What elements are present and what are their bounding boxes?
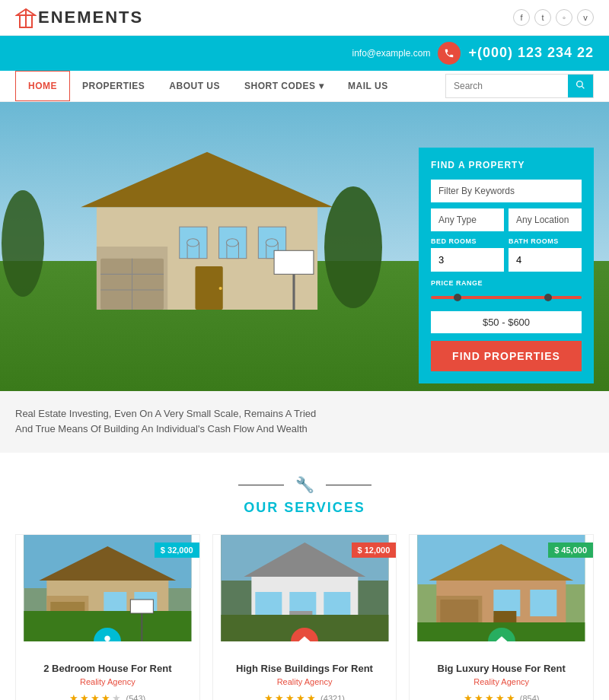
nav-item-shortcodes[interactable]: SHORT CODES ▾ — [232, 72, 336, 100]
card-reviews-1: (543) — [126, 694, 145, 700]
card-agency-1: Reality Agency — [25, 677, 190, 686]
search-button[interactable] — [568, 75, 593, 97]
svg-point-23 — [2, 190, 44, 297]
hero-section: FIND A PROPERTY Filter By Keywords Any T… — [0, 102, 609, 391]
panel-title: FIND A PROPERTY — [431, 160, 582, 170]
wrench-icon: 🔧 — [295, 476, 314, 494]
contact-email: info@example.com — [352, 48, 430, 59]
nav-item-about[interactable]: ABOUT US — [157, 72, 232, 100]
find-property-panel: FIND A PROPERTY Filter By Keywords Any T… — [419, 148, 594, 383]
nav-item-mail[interactable]: MAIL US — [336, 72, 400, 100]
bathrooms-group: BATH ROOMS — [509, 237, 582, 272]
services-section: 🔧 OUR SERVICES — [0, 453, 609, 700]
search-area — [445, 74, 594, 98]
svg-rect-41 — [255, 592, 282, 615]
star-1: ★ — [69, 692, 78, 700]
card-price-2: $ 12,000 — [352, 542, 397, 558]
facebook-icon[interactable]: f — [513, 9, 530, 26]
phone-icon[interactable] — [438, 42, 461, 65]
svg-rect-36 — [130, 600, 153, 613]
nav-item-properties[interactable]: PROPERTIES — [70, 72, 157, 100]
svg-point-18 — [266, 239, 278, 247]
svg-rect-43 — [324, 592, 350, 615]
price-label: PRICE RANGE — [431, 279, 582, 287]
divider-left — [238, 485, 284, 485]
bedrooms-label: BED ROOMS — [431, 237, 504, 245]
card-title-3: Big Luxury House For Rent — [419, 663, 584, 674]
logo: ENEMENTS — [15, 6, 143, 29]
card-image-2: $ 12,000 — [213, 535, 397, 641]
instagram-icon[interactable]: ◦ — [556, 9, 572, 26]
svg-rect-19 — [195, 266, 222, 310]
rooms-row: BED ROOMS BATH ROOMS — [431, 237, 582, 272]
divider-right — [326, 485, 371, 485]
property-card-2: $ 12,000 High Rise Buildings For Rent Re… — [212, 534, 397, 700]
trees-right — [323, 179, 384, 316]
svg-point-16 — [226, 239, 238, 247]
search-input[interactable] — [446, 76, 568, 96]
svg-point-20 — [219, 287, 222, 290]
svg-rect-53 — [531, 590, 557, 616]
brand-name: ENEMENTS — [38, 8, 143, 27]
our-label: OUR — [244, 500, 279, 515]
star-5: ★ — [112, 692, 121, 700]
property-cards-row: $ 32,000 2 Bedroom House For Rent Realit… — [15, 534, 594, 700]
card-body-3: Big Luxury House For Rent Reality Agency… — [410, 641, 593, 700]
location-select[interactable]: Any Location — [509, 208, 582, 231]
bedrooms-group: BED ROOMS — [431, 237, 504, 272]
find-properties-button[interactable]: Find properties — [431, 341, 582, 371]
card-stars-3: ★ ★ ★ ★ ★ (854) — [419, 692, 584, 700]
type-select[interactable]: Any Type — [431, 208, 504, 231]
svg-point-14 — [187, 239, 199, 247]
star-3: ★ — [91, 692, 100, 700]
card-title-2: High Rise Buildings For Rent — [222, 663, 387, 674]
nav: HOME PROPERTIES ABOUT US SHORT CODES ▾ M… — [0, 71, 609, 102]
card-agency-2: Reality Agency — [222, 677, 387, 686]
card-stars-1: ★ ★ ★ ★ ★ (543) — [25, 692, 190, 700]
svg-rect-22 — [274, 250, 314, 274]
card-body-1: 2 Bedroom House For Rent Reality Agency … — [16, 641, 199, 700]
trees-left — [0, 183, 46, 304]
range-slider[interactable] — [431, 291, 582, 304]
card-price-1: $ 32,000 — [155, 542, 199, 558]
vimeo-icon[interactable]: v — [577, 9, 594, 26]
chevron-down-icon: ▾ — [319, 81, 324, 91]
bathrooms-input[interactable] — [509, 248, 582, 272]
twitter-icon[interactable]: t — [534, 9, 551, 26]
svg-marker-4 — [81, 152, 333, 208]
services-label: SERVICES — [279, 500, 365, 515]
keyword-filter[interactable]: Filter By Keywords — [431, 180, 582, 202]
card-body-2: High Rise Buildings For Rent Reality Age… — [213, 641, 397, 700]
card-reviews-3: (854) — [520, 694, 540, 700]
card-title-1: 2 Bedroom House For Rent — [25, 663, 190, 674]
star-2: ★ — [80, 692, 89, 700]
card-agency-3: Reality Agency — [419, 677, 584, 686]
nav-item-home[interactable]: HOME — [15, 71, 70, 101]
contact-phone: +(000) 123 234 22 — [468, 45, 594, 61]
property-card-1: $ 32,000 2 Bedroom House For Rent Realit… — [15, 534, 200, 700]
card-reviews-2: (4321) — [320, 694, 345, 700]
phone-bar: info@example.com +(000) 123 234 22 — [0, 36, 609, 71]
card-image-1: $ 32,000 — [16, 535, 199, 641]
bedrooms-input[interactable] — [431, 248, 504, 272]
price-range-display[interactable] — [431, 311, 582, 333]
social-icons: f t ◦ v — [513, 9, 594, 26]
hero-text-area: Real Estate Investing, Even On A Very Sm… — [0, 391, 609, 453]
star-4: ★ — [101, 692, 110, 700]
services-title: OUR SERVICES — [15, 500, 594, 516]
type-location-row: Any Type Any Location — [431, 208, 582, 231]
svg-point-24 — [324, 186, 382, 308]
top-bar: ENEMENTS f t ◦ v — [0, 0, 609, 36]
nav-items: HOME PROPERTIES ABOUT US SHORT CODES ▾ M… — [15, 71, 445, 101]
bathrooms-label: BATH ROOMS — [509, 237, 582, 245]
card-image-3: $ 45,000 — [410, 535, 593, 641]
card-price-3: $ 45,000 — [548, 542, 593, 558]
property-card-3: $ 45,000 Big Luxury House For Rent Reali… — [409, 534, 594, 700]
services-header: 🔧 — [15, 476, 594, 494]
logo-letter — [15, 6, 38, 29]
hero-text: Real Estate Investing, Even On A Very Sm… — [15, 406, 335, 438]
card-stars-2: ★ ★ ★ ★ ★ (4321) — [222, 692, 387, 700]
